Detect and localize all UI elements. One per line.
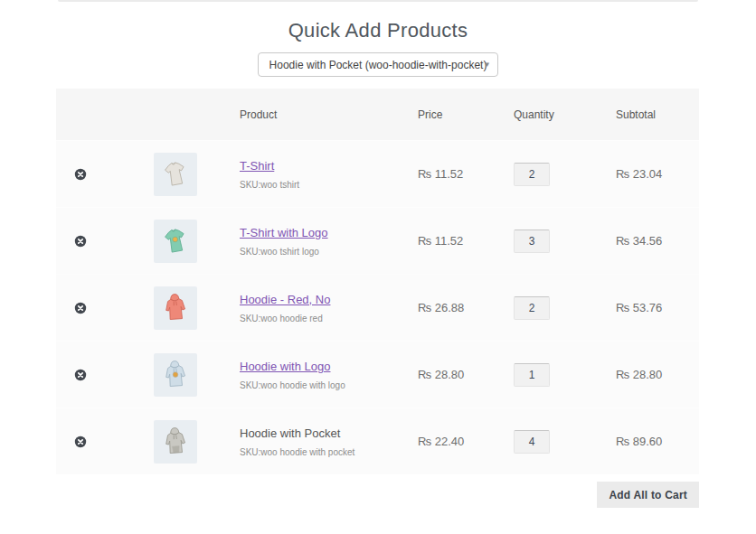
header-product: Product	[240, 108, 418, 121]
quantity-cell	[514, 430, 616, 454]
product-sku: SKU:woo tshirt	[240, 180, 299, 190]
table-body: T-ShirtSKU:woo tshirt₨ 11.52₨ 23.04T-Shi…	[56, 140, 699, 474]
header-subtotal: Subtotal	[616, 108, 699, 121]
header-price: Price	[418, 108, 514, 121]
top-divider	[58, 0, 698, 2]
circle-x-icon	[74, 168, 87, 181]
circle-x-icon	[74, 436, 87, 448]
quantity-cell	[514, 163, 616, 186]
image-cell	[124, 420, 240, 464]
product-image-tshirt-green-logo	[154, 220, 197, 263]
product-name: Hoodie with Pocket	[240, 426, 340, 440]
remove-row-button[interactable]	[74, 369, 87, 381]
circle-x-icon	[74, 235, 87, 248]
quantity-cell	[514, 363, 616, 387]
remove-row-button[interactable]	[74, 302, 87, 314]
product-image-tshirt-gray	[154, 153, 197, 196]
quantity-cell	[514, 230, 616, 253]
remove-cell	[56, 235, 124, 248]
product-cell: Hoodie - Red, NoSKU:woo hoodie red	[240, 293, 418, 323]
product-image-hoodie-blue-logo	[154, 353, 197, 397]
circle-x-icon	[74, 302, 87, 314]
table-row: T-ShirtSKU:woo tshirt₨ 11.52₨ 23.04	[56, 140, 699, 207]
quick-add-table: Product Price Quantity Subtotal T-ShirtS…	[56, 89, 699, 474]
quantity-input[interactable]	[514, 163, 550, 186]
image-cell	[124, 286, 240, 330]
remove-cell	[56, 369, 124, 381]
subtotal-cell: ₨ 28.80	[616, 368, 699, 381]
table-row: T-Shirt with LogoSKU:woo tshirt logo₨ 11…	[56, 207, 699, 274]
page-title: Quick Add Products	[0, 19, 756, 42]
product-link[interactable]: T-Shirt	[240, 159, 274, 173]
product-sku: SKU:woo tshirt logo	[240, 247, 319, 257]
product-cell: T-ShirtSKU:woo tshirt	[240, 159, 418, 190]
quantity-input[interactable]	[514, 296, 550, 320]
product-image-hoodie-gray-pocket	[154, 420, 197, 464]
remove-cell	[56, 168, 124, 181]
table-row: Hoodie with LogoSKU:woo hoodie with logo…	[56, 341, 699, 408]
image-cell	[124, 353, 240, 397]
product-select[interactable]: Hoodie with Pocket (woo-hoodie-with-pock…	[258, 52, 498, 77]
price-cell: ₨ 11.52	[418, 234, 514, 248]
price-cell: ₨ 26.88	[418, 301, 514, 314]
quantity-input[interactable]	[514, 230, 550, 253]
subtotal-cell: ₨ 53.76	[616, 301, 699, 314]
product-link[interactable]: T-Shirt with Logo	[240, 226, 328, 239]
product-select-value: Hoodie with Pocket (woo-hoodie-with-pock…	[269, 59, 487, 71]
product-cell: T-Shirt with LogoSKU:woo tshirt logo	[240, 226, 418, 257]
image-cell	[124, 220, 240, 263]
subtotal-cell: ₨ 89.60	[616, 435, 699, 448]
header-quantity: Quantity	[514, 108, 616, 121]
remove-row-button[interactable]	[74, 436, 87, 448]
chevron-down-icon: ▾	[485, 61, 489, 69]
product-sku: SKU:woo hoodie with pocket	[240, 447, 354, 457]
product-select-row: Hoodie with Pocket (woo-hoodie-with-pock…	[0, 52, 756, 77]
product-link[interactable]: Hoodie with Logo	[240, 360, 330, 373]
table-row: Hoodie - Red, NoSKU:woo hoodie red₨ 26.8…	[56, 274, 699, 341]
quantity-cell	[514, 296, 616, 320]
table-actions: Add All to Cart	[56, 482, 699, 508]
product-cell: Hoodie with PocketSKU:woo hoodie with po…	[240, 426, 418, 457]
circle-x-icon	[74, 369, 87, 381]
price-cell: ₨ 28.80	[418, 368, 514, 381]
remove-cell	[56, 436, 124, 448]
price-cell: ₨ 22.40	[418, 435, 514, 448]
subtotal-cell: ₨ 34.56	[616, 234, 699, 248]
remove-row-button[interactable]	[74, 235, 87, 248]
product-sku: SKU:woo hoodie red	[240, 314, 323, 323]
remove-row-button[interactable]	[74, 168, 87, 181]
table-row: Hoodie with PocketSKU:woo hoodie with po…	[56, 408, 699, 474]
table-header-row: Product Price Quantity Subtotal	[56, 89, 699, 140]
quantity-input[interactable]	[514, 363, 550, 387]
add-all-to-cart-button[interactable]: Add All to Cart	[597, 482, 699, 508]
product-image-hoodie-red	[154, 286, 197, 330]
price-cell: ₨ 11.52	[418, 167, 514, 181]
subtotal-cell: ₨ 23.04	[616, 167, 699, 181]
quantity-input[interactable]	[514, 430, 550, 454]
remove-cell	[56, 302, 124, 314]
image-cell	[124, 153, 240, 196]
product-cell: Hoodie with LogoSKU:woo hoodie with logo	[240, 360, 418, 390]
product-link[interactable]: Hoodie - Red, No	[240, 293, 330, 306]
product-sku: SKU:woo hoodie with logo	[240, 380, 345, 390]
